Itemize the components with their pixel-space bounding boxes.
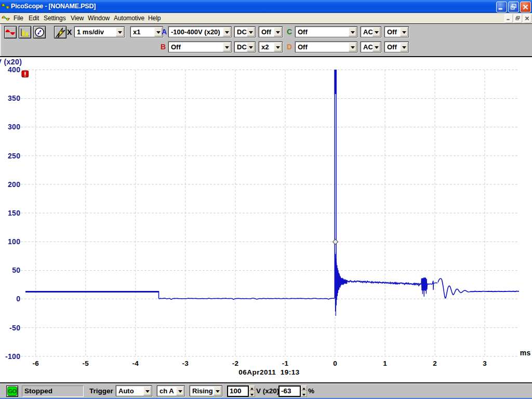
svg-text:06Apr2011 19:13: 06Apr2011 19:13 (238, 368, 300, 376)
svg-text:V (x20): V (x20) (0, 58, 22, 66)
svg-text:0: 0 (333, 360, 337, 367)
svg-text:3: 3 (483, 360, 487, 367)
svg-text:ms: ms (520, 349, 531, 357)
svg-text:-5: -5 (83, 360, 89, 367)
svg-text:50: 50 (12, 266, 20, 274)
svg-text:-6: -6 (32, 360, 39, 367)
svg-text:-100: -100 (5, 352, 21, 361)
svg-text:250: 250 (8, 152, 21, 160)
svg-text:350: 350 (8, 94, 21, 102)
svg-text:-50: -50 (9, 324, 20, 332)
svg-text:-4: -4 (132, 360, 139, 367)
svg-text:150: 150 (8, 209, 21, 217)
svg-text:400: 400 (8, 65, 21, 74)
svg-text:200: 200 (8, 180, 21, 189)
svg-text:-2: -2 (232, 360, 238, 367)
svg-text:0: 0 (16, 295, 20, 303)
svg-text:300: 300 (8, 123, 21, 131)
svg-text:2: 2 (433, 360, 437, 367)
svg-text:1: 1 (383, 360, 387, 367)
svg-text:-1: -1 (282, 360, 289, 367)
svg-text:100: 100 (8, 237, 21, 246)
svg-text:-3: -3 (182, 360, 189, 367)
